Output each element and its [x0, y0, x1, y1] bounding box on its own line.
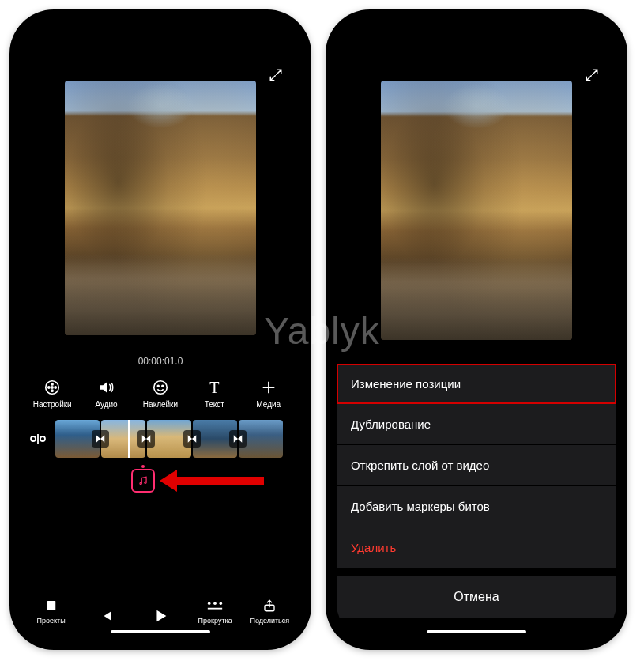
svg-point-11	[140, 482, 141, 484]
projects-label: Проекты	[37, 617, 66, 625]
dynamic-island	[115, 30, 206, 55]
home-indicator[interactable]	[427, 630, 526, 633]
svg-point-7	[157, 385, 159, 387]
phone-right: Изменение позиции Дублирование Открепить…	[326, 9, 627, 650]
dynamic-island	[431, 30, 522, 55]
text-tool[interactable]: T Текст	[190, 378, 238, 409]
fullscreen-icon[interactable]	[585, 68, 599, 82]
share-button[interactable]: Поделиться	[245, 597, 294, 625]
editor-toolbar: Настройки Аудио Наклейки T Текст	[21, 378, 300, 417]
stickers-label: Наклейки	[143, 400, 178, 409]
svg-point-9	[31, 436, 36, 441]
audio-track	[21, 466, 300, 500]
svg-point-8	[162, 385, 164, 387]
svg-rect-13	[47, 601, 55, 610]
text-label: Текст	[205, 400, 224, 409]
media-label: Медиа	[256, 400, 281, 409]
svg-point-4	[48, 387, 50, 388]
projects-button[interactable]: Проекты	[27, 597, 76, 625]
svg-point-3	[51, 390, 53, 391]
video-preview[interactable]	[381, 81, 572, 340]
playhead[interactable]	[128, 420, 130, 458]
scroll-button[interactable]: Прокрутка	[190, 597, 239, 625]
settings-label: Настройки	[33, 400, 72, 409]
transition-icon[interactable]	[137, 430, 155, 448]
settings-icon	[43, 378, 61, 397]
menu-reposition[interactable]: Изменение позиции	[337, 364, 616, 404]
svg-point-2	[51, 383, 53, 385]
svg-point-15	[213, 602, 217, 605]
svg-rect-17	[208, 608, 222, 610]
svg-point-12	[145, 482, 146, 483]
svg-point-14	[208, 602, 211, 605]
transition-icon[interactable]	[183, 430, 201, 448]
skip-back-icon	[98, 607, 114, 625]
stickers-tool[interactable]: Наклейки	[137, 378, 184, 409]
video-preview[interactable]	[65, 81, 256, 335]
projects-icon	[44, 597, 58, 614]
text-icon: T	[209, 378, 219, 397]
split-icon[interactable]	[28, 429, 51, 448]
share-icon	[262, 597, 277, 614]
transition-icon[interactable]	[92, 430, 109, 448]
fullscreen-icon[interactable]	[269, 68, 283, 82]
svg-point-5	[55, 387, 56, 388]
svg-point-6	[154, 381, 168, 395]
timecode-label: 00:00:01.0	[21, 356, 300, 367]
clip-strip[interactable]	[55, 420, 300, 458]
context-menu: Изменение позиции Дублирование Открепить…	[337, 364, 616, 618]
prev-button[interactable]	[81, 607, 130, 625]
menu-cancel[interactable]: Отмена	[337, 576, 616, 618]
scroll-label: Прокрутка	[198, 617, 232, 625]
audio-tool[interactable]: Аудио	[83, 378, 130, 409]
plus-icon	[260, 378, 277, 397]
menu-separator	[337, 568, 616, 576]
callout-arrow	[160, 474, 264, 488]
home-indicator[interactable]	[111, 630, 210, 633]
svg-point-1	[51, 387, 53, 388]
menu-beat-markers[interactable]: Добавить маркеры битов	[337, 486, 616, 527]
screen-right: Изменение позиции Дублирование Открепить…	[337, 21, 616, 639]
audio-label: Аудио	[95, 400, 117, 409]
transition-icon[interactable]	[229, 430, 247, 448]
menu-detach[interactable]: Открепить слой от видео	[337, 445, 616, 486]
smile-icon	[152, 378, 169, 397]
timeline[interactable]	[21, 417, 300, 463]
play-icon	[152, 607, 169, 625]
preview-area	[21, 21, 300, 335]
scroll-icon	[206, 597, 224, 614]
menu-duplicate[interactable]: Дублирование	[337, 404, 616, 445]
speaker-icon	[98, 378, 115, 397]
settings-tool[interactable]: Настройки	[28, 378, 76, 409]
svg-point-16	[220, 602, 223, 605]
preview-area	[337, 21, 616, 340]
svg-point-10	[40, 436, 45, 441]
screen-left: 00:00:01.0 Настройки Аудио Наклейки	[21, 21, 300, 639]
music-clip[interactable]	[131, 469, 155, 493]
phone-left: 00:00:01.0 Настройки Аудио Наклейки	[9, 9, 311, 650]
media-tool[interactable]: Медиа	[245, 378, 292, 409]
menu-delete[interactable]: Удалить	[337, 527, 616, 568]
share-label: Поделиться	[250, 617, 289, 625]
play-button[interactable]	[136, 607, 185, 625]
